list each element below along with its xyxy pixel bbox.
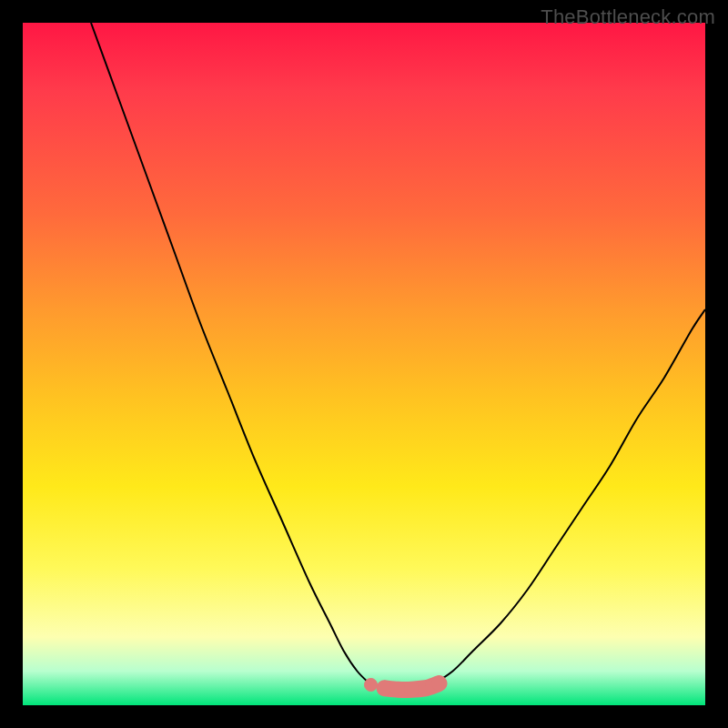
- bottom-marker-group: [365, 676, 447, 697]
- chart-area: [23, 23, 705, 705]
- curve-left-branch: [91, 23, 371, 685]
- curve-right-branch: [432, 309, 705, 685]
- bottleneck-curve-plot: [23, 23, 705, 705]
- bottom-marker-dot: [405, 682, 420, 697]
- bottom-marker-dot: [365, 679, 378, 692]
- bottom-marker-dot: [378, 681, 392, 695]
- bottom-marker-dot: [432, 676, 447, 691]
- watermark-text: TheBottleneck.com: [541, 5, 715, 29]
- bottom-marker-dot: [391, 682, 406, 697]
